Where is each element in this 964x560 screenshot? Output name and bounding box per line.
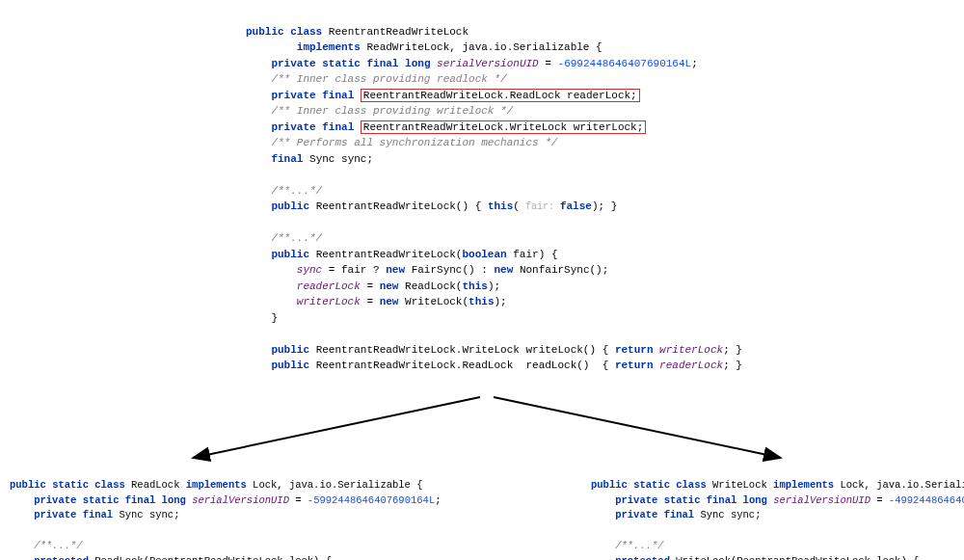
kw-new: new — [494, 264, 513, 276]
kw-static: static — [322, 58, 361, 69]
impl-list: Lock, java.io.Serializable { — [834, 479, 964, 491]
readerlock-assign: readerLock — [297, 280, 361, 292]
kw-final: final — [271, 153, 303, 165]
doc-comment: /**...*/ — [615, 540, 663, 551]
writerlock-ret: writerLock — [654, 344, 724, 356]
param-hint-fair: fair: — [520, 201, 560, 212]
impl-list: ReadWriteLock, java.io.Serializable { — [366, 41, 602, 53]
kw-public: public — [246, 26, 284, 38]
end: ; } — [723, 344, 742, 356]
class-name-readlock: ReadLock — [125, 479, 186, 491]
kw-public: public — [271, 200, 309, 212]
kw-long: long — [162, 494, 186, 506]
kw-final: final — [322, 121, 354, 133]
kw-private: private — [271, 58, 315, 69]
kw-this: this — [462, 280, 487, 292]
kw-private: private — [34, 509, 76, 520]
ctor-sig: (ReentrantReadWriteLock lock) { — [731, 555, 919, 561]
svu-num: -5992448646407690164L — [308, 494, 435, 506]
kw-new: new — [380, 280, 399, 292]
kw-static: static — [83, 494, 120, 506]
class-name-writelock: WriteLock — [707, 479, 773, 491]
nonfairsync: NonfairSync(); — [513, 264, 608, 276]
comment-sync: /** Performs all synchronization mechani… — [271, 137, 557, 148]
readlock-method: ReentrantReadWriteLock.ReadLock readLock… — [316, 360, 615, 371]
kw-final: final — [664, 509, 695, 520]
kw-final: final — [125, 494, 156, 506]
kw-static: static — [633, 479, 670, 491]
ctor-fair-name: ReentrantReadWriteLock( — [316, 249, 463, 260]
eq: = — [870, 494, 889, 506]
eq: = — [361, 296, 380, 307]
kw-new: new — [386, 264, 405, 276]
ctor-sig: (ReentrantReadWriteLock lock) { — [144, 555, 332, 561]
comment-writelock: /** Inner class providing writelock */ — [271, 105, 513, 117]
sync-decl: Sync sync; — [309, 153, 373, 165]
eq: = — [539, 58, 558, 69]
kw-final: final — [366, 58, 398, 69]
kw-protected: protected — [615, 555, 670, 561]
svu-field: serialVersionUID — [192, 494, 289, 506]
svu-field: serialVersionUID — [773, 494, 870, 506]
fairsync: FairSync() : — [405, 264, 494, 276]
kw-long: long — [743, 494, 767, 506]
kw-final: final — [322, 90, 354, 101]
arrow-to-writelock — [494, 397, 781, 458]
ctor-noarg: ReentrantReadWriteLock() { — [316, 200, 482, 212]
kw-final: final — [83, 509, 114, 520]
doc-comment: /**...*/ — [34, 540, 82, 551]
kw-public: public — [271, 249, 309, 260]
sync-decl: Sync sync; — [694, 509, 761, 520]
semi: ; — [691, 58, 698, 69]
kw-return: return — [615, 360, 654, 371]
kw-class: class — [676, 479, 707, 491]
diagram-arrows — [0, 395, 964, 463]
sync-assign: sync — [297, 264, 322, 276]
kw-private: private — [34, 494, 76, 506]
kw-private: private — [271, 90, 315, 101]
kw-static: static — [664, 494, 701, 506]
kw-return: return — [615, 344, 654, 356]
kw-final: final — [707, 494, 737, 506]
eq: = — [289, 494, 308, 506]
comment-readlock: /** Inner class providing readlock */ — [271, 73, 506, 85]
readerlock-ret: readerLock — [654, 360, 724, 371]
ctor-writelock-name: WriteLock — [670, 555, 731, 561]
eq: = — [361, 280, 380, 292]
kw-public: public — [271, 360, 309, 371]
close-brace: } — [271, 312, 278, 324]
kw-implements: implements — [773, 479, 834, 491]
svu-field: serialVersionUID — [437, 58, 539, 69]
kw-static: static — [52, 479, 89, 491]
kw-protected: protected — [34, 555, 89, 561]
kw-private: private — [271, 121, 315, 133]
end: ); — [488, 280, 500, 292]
writerlock-declaration-box: ReentrantReadWriteLock.WriteLock writerL… — [361, 120, 646, 134]
kw-boolean: boolean — [462, 249, 506, 260]
writelock-code-block: public static class WriteLock implements… — [591, 463, 964, 560]
writelock-method: ReentrantReadWriteLock.WriteLock writeLo… — [316, 344, 615, 356]
class-name: ReentrantReadWriteLock — [329, 26, 469, 38]
kw-long: long — [405, 58, 430, 69]
kw-public: public — [10, 479, 46, 491]
sync-decl: Sync sync; — [113, 509, 179, 520]
kw-private: private — [615, 509, 657, 520]
kw-public: public — [591, 479, 628, 491]
kw-new: new — [380, 296, 399, 307]
doc-comment-2: /**...*/ — [271, 232, 322, 244]
svu-num: -6992448646407690164L — [558, 58, 692, 69]
readlock-code-block: public static class ReadLock implements … — [10, 463, 442, 560]
kw-class: class — [94, 479, 125, 491]
kw-class: class — [290, 26, 322, 38]
svu-num: -4992448646407690164L — [889, 494, 964, 506]
kw-public: public — [271, 344, 309, 356]
sync-expr: = fair ? — [322, 264, 386, 276]
main-code-block: public class ReentrantReadWriteLock impl… — [246, 8, 742, 374]
readlock-ctor: ReadLock( — [398, 280, 462, 292]
doc-comment-1: /**...*/ — [271, 185, 322, 197]
kw-this: this — [469, 296, 494, 307]
ctor-readlock-name: ReadLock — [89, 555, 144, 561]
semi: ; — [435, 494, 441, 506]
kw-private: private — [615, 494, 657, 506]
arrow-to-readlock — [193, 397, 480, 458]
